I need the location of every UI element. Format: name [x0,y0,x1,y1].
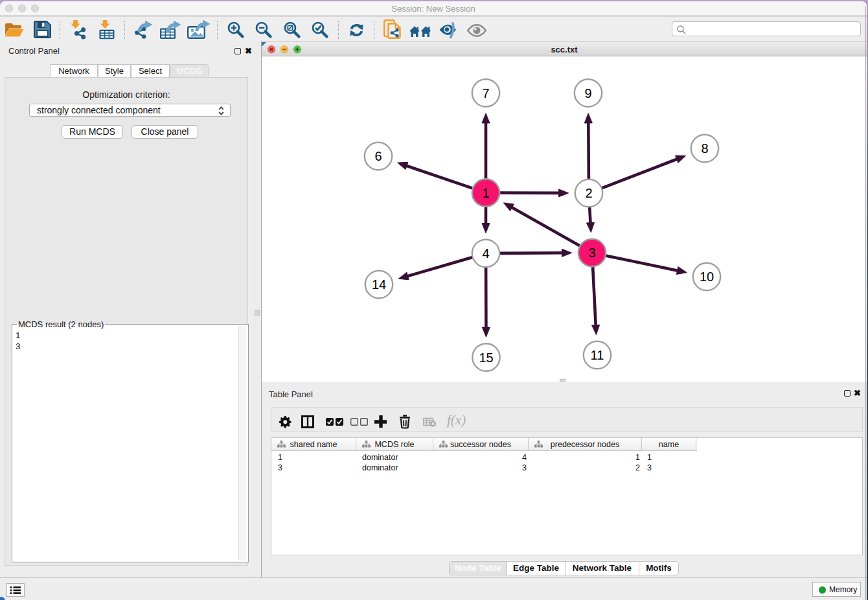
svg-text:10: 10 [700,270,714,284]
svg-text:6: 6 [374,149,382,163]
svg-text:8: 8 [701,141,708,156]
svg-text:7: 7 [482,86,489,100]
svg-text:4: 4 [482,246,489,260]
svg-text:1: 1 [482,186,489,200]
svg-text:14: 14 [372,277,386,292]
svg-text:3: 3 [588,246,595,260]
svg-text:11: 11 [591,348,604,362]
svg-text:f(x): f(x) [447,413,466,428]
svg-text:2: 2 [585,186,592,200]
svg-text:9: 9 [584,86,591,100]
svg-text:15: 15 [479,351,493,365]
